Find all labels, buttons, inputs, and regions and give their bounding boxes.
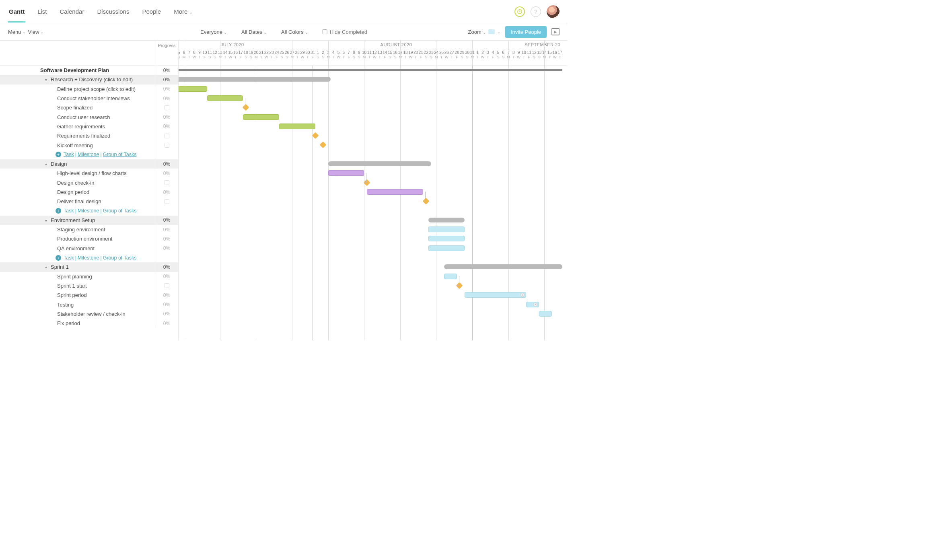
row-name[interactable]: Fix period xyxy=(0,320,155,326)
bar-handle[interactable]: › xyxy=(533,303,537,307)
group-row[interactable]: ▾Sprint 10% xyxy=(0,262,178,272)
gantt-bar[interactable] xyxy=(243,114,279,120)
hide-completed-toggle[interactable]: Hide Completed xyxy=(323,29,367,35)
gantt-bar[interactable] xyxy=(367,189,424,195)
task-row[interactable]: Define project scope (click to edit)0% xyxy=(0,84,178,94)
add-task-link[interactable]: Task xyxy=(64,208,74,214)
task-row[interactable]: Conduct stakeholder interviews0% xyxy=(0,94,178,103)
add-milestone-link[interactable]: Milestone xyxy=(78,152,99,157)
gantt-bar[interactable] xyxy=(444,274,457,279)
task-row[interactable]: Design period0% xyxy=(0,187,178,197)
task-row[interactable]: Conduct user research0% xyxy=(0,112,178,121)
milestone-checkbox[interactable] xyxy=(165,283,169,288)
gantt-bar[interactable] xyxy=(428,226,465,232)
row-name[interactable]: Define project scope (click to edit) xyxy=(0,86,155,92)
row-name[interactable]: Gather requirements xyxy=(0,124,155,130)
group-row[interactable]: ▾Research + Discovery (click to edit)0% xyxy=(0,75,178,84)
row-name[interactable]: Stakeholder review / check-in xyxy=(0,311,155,317)
task-row[interactable]: Fix period0% xyxy=(0,319,178,328)
gantt-bar[interactable] xyxy=(179,69,562,71)
nav-tab-more[interactable]: More⌄ xyxy=(173,1,193,22)
task-row[interactable]: Sprint 1 start xyxy=(0,281,178,290)
task-row[interactable]: Scope finalized xyxy=(0,103,178,112)
row-name[interactable]: Testing xyxy=(0,302,155,308)
help-icon[interactable]: ? xyxy=(531,6,541,17)
invite-people-button[interactable]: Invite People xyxy=(505,26,547,38)
menu-dropdown[interactable]: Menu⌄ xyxy=(8,29,26,35)
gantt-bar[interactable] xyxy=(444,264,562,269)
task-row[interactable]: Design check-in xyxy=(0,178,178,187)
task-row[interactable]: Kickoff meeting xyxy=(0,140,178,150)
addline-row[interactable]: +Task|Milestone|Group of Tasks xyxy=(0,206,178,215)
nav-tab-calendar[interactable]: Calendar xyxy=(59,1,85,22)
row-name[interactable]: Design period xyxy=(0,189,155,195)
milestone-checkbox[interactable] xyxy=(165,134,169,138)
row-name[interactable]: Requirements finalized xyxy=(0,133,155,139)
task-row[interactable]: Deliver final design xyxy=(0,197,178,206)
zoom-swatch[interactable] xyxy=(488,29,495,34)
task-row[interactable]: Production environment0% xyxy=(0,234,178,243)
milestone-checkbox[interactable] xyxy=(165,199,169,204)
task-row[interactable]: Testing0% xyxy=(0,300,178,309)
row-name[interactable]: Sprint period xyxy=(0,292,155,298)
addline-row[interactable]: +Task|Milestone|Group of Tasks xyxy=(0,253,178,262)
row-name[interactable]: Kickoff meeting xyxy=(0,142,155,148)
history-icon[interactable] xyxy=(514,6,525,17)
task-row[interactable]: Requirements finalized xyxy=(0,131,178,140)
add-icon[interactable]: + xyxy=(56,208,61,214)
row-name[interactable]: ▾Sprint 1 xyxy=(0,264,155,270)
zoom-dropdown[interactable]: Zoom⌄ xyxy=(468,29,486,35)
gantt-bar[interactable] xyxy=(179,77,331,82)
row-name[interactable]: ▾Design xyxy=(0,161,155,167)
row-name[interactable]: High-level design / flow charts xyxy=(0,170,155,176)
filter-everyone[interactable]: Everyone⌄ xyxy=(200,29,227,35)
nav-tab-discussions[interactable]: Discussions xyxy=(96,1,130,22)
gantt-bar[interactable] xyxy=(207,95,243,101)
gantt-bar[interactable] xyxy=(428,218,465,222)
gantt-bar[interactable] xyxy=(428,236,465,241)
row-name[interactable]: Conduct stakeholder interviews xyxy=(0,95,155,101)
add-group-link[interactable]: Group of Tasks xyxy=(103,255,137,261)
filter-all-colors[interactable]: All Colors⌄ xyxy=(281,29,308,35)
present-icon[interactable] xyxy=(551,28,560,35)
task-row[interactable]: Sprint period0% xyxy=(0,290,178,300)
add-group-link[interactable]: Group of Tasks xyxy=(103,208,137,214)
task-row[interactable]: Gather requirements0% xyxy=(0,122,178,131)
add-milestone-link[interactable]: Milestone xyxy=(78,255,99,261)
task-row[interactable]: Sprint planning0% xyxy=(0,272,178,281)
group-row[interactable]: ▾Environment Setup0% xyxy=(0,216,178,225)
row-name[interactable]: Software Development Plan xyxy=(0,67,155,73)
row-name[interactable]: Design check-in xyxy=(0,180,155,186)
gantt-bar[interactable] xyxy=(428,245,465,251)
task-row[interactable]: High-level design / flow charts0% xyxy=(0,169,178,178)
row-name[interactable]: Scope finalized xyxy=(0,105,155,111)
row-name[interactable]: ▾Environment Setup xyxy=(0,217,155,223)
gantt-timeline[interactable]: JULY 2020AUGUST 2020SEPTEMBER 20 5S6M7T8… xyxy=(179,41,568,340)
add-icon[interactable]: + xyxy=(56,255,61,261)
view-dropdown[interactable]: View⌄ xyxy=(28,29,44,35)
add-milestone-link[interactable]: Milestone xyxy=(78,208,99,214)
row-name[interactable]: Sprint planning xyxy=(0,274,155,280)
add-icon[interactable]: + xyxy=(56,152,61,157)
nav-tab-people[interactable]: People xyxy=(141,1,162,22)
gantt-bar[interactable] xyxy=(539,311,552,317)
milestone-checkbox[interactable] xyxy=(165,105,169,110)
add-task-link[interactable]: Task xyxy=(64,255,74,261)
milestone-checkbox[interactable] xyxy=(165,143,169,148)
gantt-bar[interactable] xyxy=(328,161,431,166)
row-name[interactable]: Staging environment xyxy=(0,226,155,233)
row-name[interactable]: Sprint 1 start xyxy=(0,283,155,289)
avatar[interactable] xyxy=(547,5,560,18)
nav-tab-gantt[interactable]: Gantt xyxy=(8,1,25,22)
gantt-bar[interactable] xyxy=(179,86,207,92)
add-group-link[interactable]: Group of Tasks xyxy=(103,152,137,157)
group-row[interactable]: ▾Design0% xyxy=(0,159,178,169)
nav-tab-list[interactable]: List xyxy=(37,1,47,22)
row-name[interactable]: Production environment xyxy=(0,236,155,242)
filter-all-dates[interactable]: All Dates⌄ xyxy=(241,29,267,35)
add-task-link[interactable]: Task xyxy=(64,152,74,157)
task-row[interactable]: Staging environment0% xyxy=(0,225,178,234)
row-name[interactable]: Deliver final design xyxy=(0,198,155,204)
row-name[interactable]: Conduct user research xyxy=(0,114,155,120)
addline-row[interactable]: +Task|Milestone|Group of Tasks xyxy=(0,150,178,159)
